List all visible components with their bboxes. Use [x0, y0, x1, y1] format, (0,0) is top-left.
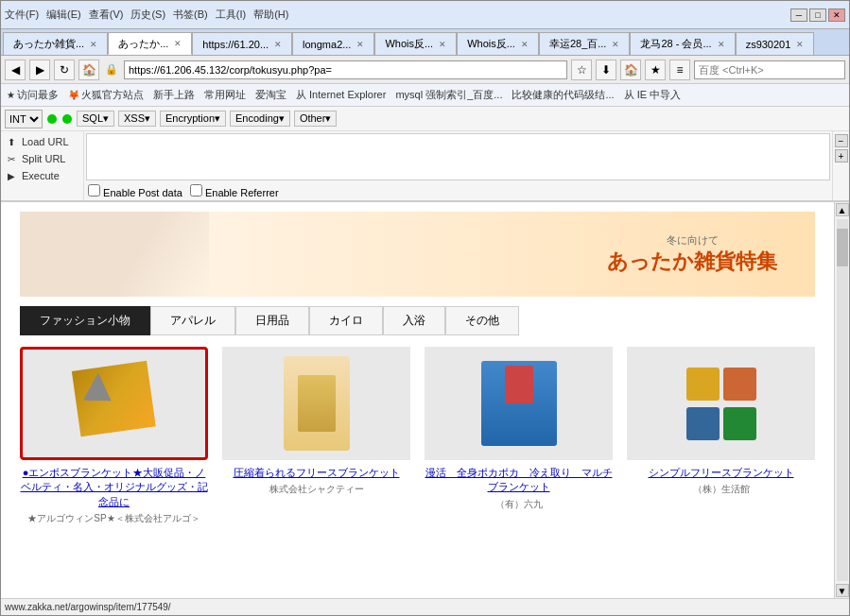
cat-tab-4[interactable]: 入浴 [383, 306, 445, 335]
referrer-label[interactable]: Enable Referrer [190, 184, 279, 198]
menu-tools[interactable]: 工具(I) [216, 8, 246, 22]
referrer-checkbox[interactable] [190, 184, 202, 197]
bm-taobao[interactable]: 爱淘宝 [253, 88, 288, 102]
bm-newbie[interactable]: 新手上路 [151, 88, 197, 102]
cat-tab-0[interactable]: ファッション小物 [20, 306, 150, 335]
bookmarks-bar: ★ 访问最多 🦊 火狐官方站点 新手上路 常用网址 爱淘宝 从 Internet… [1, 84, 849, 107]
tab-5[interactable]: Whois反... ✕ [374, 32, 457, 55]
scroll-thumb[interactable] [837, 229, 848, 266]
cat-tab-1[interactable]: アパレル [150, 306, 235, 335]
cat-tab-3[interactable]: カイロ [309, 306, 383, 335]
tab-8-close[interactable]: ✕ [718, 40, 725, 49]
scrollbar: ▲ ▼ [834, 202, 849, 598]
xss-button[interactable]: XSS▾ [118, 111, 156, 127]
scroll-down-button[interactable]: ▼ [836, 584, 849, 597]
encryption-button[interactable]: Encryption▾ [160, 111, 226, 127]
menu-file[interactable]: 文件(F) [5, 8, 39, 22]
hackbar-collapse-btn[interactable]: − [835, 134, 848, 147]
nav-icon-3[interactable]: ★ [645, 60, 666, 80]
bm-visited[interactable]: ★ 访问最多 [5, 88, 61, 102]
tab-7-close[interactable]: ✕ [612, 40, 619, 49]
menu-history[interactable]: 历史(S) [130, 8, 165, 22]
scroll-up-button[interactable]: ▲ [836, 203, 849, 216]
back-button[interactable]: ◀ [5, 60, 26, 80]
menu-bookmarks[interactable]: 书签(B) [173, 8, 208, 22]
bm-import[interactable]: 从 IE 中导入 [622, 88, 684, 102]
tab-2-close[interactable]: ✕ [174, 39, 182, 48]
bm-health[interactable]: 比较健康的代码级结... [510, 88, 616, 102]
maximize-button[interactable]: □ [809, 9, 826, 22]
cat-tab-5[interactable]: その他 [445, 306, 519, 335]
home-button[interactable]: 🏠 [78, 60, 99, 80]
tab-5-label: Whois反... [385, 37, 433, 51]
int-select[interactable]: INT [5, 110, 43, 128]
tab-4-close[interactable]: ✕ [356, 40, 364, 49]
reload-button[interactable]: ↻ [54, 60, 75, 80]
other-button[interactable]: Other▾ [294, 111, 338, 127]
menu-view[interactable]: 查看(V) [89, 8, 124, 22]
close-button[interactable]: ✕ [828, 9, 845, 22]
encoding-button[interactable]: Encoding▾ [230, 111, 290, 127]
banner-text: 冬に向けて あったか雑貨特集 [607, 233, 777, 276]
load-url-label: Load URL [22, 136, 69, 147]
tab-5-close[interactable]: ✕ [439, 40, 446, 49]
minimize-button[interactable]: ─ [790, 9, 807, 22]
product-item-3[interactable]: シンプルフリースブランケット （株）生活館 [627, 347, 815, 525]
post-data-label[interactable]: Enable Post data [88, 184, 182, 198]
execute-button[interactable]: ▶ Execute [1, 167, 83, 184]
split-url-button[interactable]: ✂ Split URL [1, 150, 83, 167]
tab-8[interactable]: 龙马28 - 会员... ✕ [630, 32, 735, 55]
product-title-2[interactable]: 漫活 全身ポカポカ 冷え取り マルチブランケット [425, 466, 613, 495]
cat-tab-2-label: 日用品 [255, 314, 289, 327]
tab-2[interactable]: あったか... ✕ [108, 32, 192, 55]
menu-help[interactable]: 帮助(H) [253, 8, 288, 22]
bm-firefox[interactable]: 🦊 火狐官方站点 [66, 88, 146, 102]
product-title-3[interactable]: シンプルフリースブランケット [649, 466, 794, 480]
tab-1[interactable]: あったか雑貨... ✕ [3, 32, 108, 55]
encoding-label: Encoding▾ [235, 112, 285, 125]
hackbar-expand-btn[interactable]: + [835, 149, 848, 163]
tab-7[interactable]: 幸运28_百... ✕ [539, 32, 631, 55]
product-title-1[interactable]: 圧縮着られるフリースブランケット [234, 466, 400, 480]
tab-6-close[interactable]: ✕ [521, 40, 529, 49]
load-url-button[interactable]: ⬆ Load URL [1, 133, 83, 150]
cat-tab-0-label: ファッション小物 [40, 314, 130, 327]
tab-3-label: https://61.20... [202, 39, 269, 50]
tab-9-close[interactable]: ✕ [796, 40, 804, 49]
forward-button[interactable]: ▶ [29, 60, 50, 80]
tab-1-label: あったか雑貨... [13, 37, 84, 51]
post-data-checkbox[interactable] [88, 184, 100, 197]
security-bar: INT SQL▾ XSS▾ Encryption▾ Encoding▾ Othe… [1, 107, 849, 131]
hackbar-textarea[interactable] [86, 133, 830, 180]
product-item-2[interactable]: 漫活 全身ポカポカ 冷え取り マルチブランケット （有）六九 [425, 347, 613, 525]
product-item-0[interactable]: ●エンボスブランケット★大販促品・ノベルティ・名入・オリジナルグッズ・記念品に … [20, 347, 208, 525]
tab-7-label: 幸运28_百... [549, 37, 607, 51]
product-item-1[interactable]: 圧縮着られるフリースブランケット 株式会社シャクティー [222, 347, 410, 525]
tab-9-label: zs930201 [746, 39, 791, 50]
status-bar: www.zakka.net/argowinsp/item/177549/ [1, 598, 849, 615]
tab-3-close[interactable]: ✕ [274, 40, 282, 49]
page-inner: 冬に向けて あったか雑貨特集 ファッション小物 アパレル 日用品 [1, 202, 834, 598]
tab-9[interactable]: zs930201 ✕ [736, 32, 815, 55]
nav-icon-2[interactable]: 🏠 [620, 60, 641, 80]
product-title-0[interactable]: ●エンボスブランケット★大販促品・ノベルティ・名入・オリジナルグッズ・記念品に [20, 466, 208, 509]
search-input[interactable] [694, 60, 845, 79]
bm-import-label: 从 IE 中导入 [624, 88, 682, 102]
bookmark-star[interactable]: ☆ [571, 60, 592, 80]
bm-common[interactable]: 常用网址 [202, 88, 248, 102]
bm-ie[interactable]: 从 Internet Explorer [294, 88, 388, 102]
bm-mysql[interactable]: mysql 强制索引_百度... [393, 88, 504, 102]
cat-tab-2[interactable]: 日用品 [235, 306, 309, 335]
menu-edit[interactable]: 编辑(E) [46, 8, 81, 22]
nav-icon-1[interactable]: ⬇ [596, 60, 616, 80]
sql-button[interactable]: SQL▾ [77, 111, 114, 127]
tab-3[interactable]: https://61.20... ✕ [192, 32, 292, 55]
scroll-track[interactable] [837, 219, 848, 581]
address-input[interactable] [124, 60, 567, 79]
tab-8-label: 龙马28 - 会员... [640, 37, 711, 51]
tab-6[interactable]: Whois反... ✕ [457, 32, 539, 55]
nav-icon-4[interactable]: ≡ [669, 60, 690, 80]
dot-green-1 [47, 114, 57, 124]
tab-1-close[interactable]: ✕ [90, 40, 97, 49]
tab-4[interactable]: longma2... ✕ [292, 32, 374, 55]
